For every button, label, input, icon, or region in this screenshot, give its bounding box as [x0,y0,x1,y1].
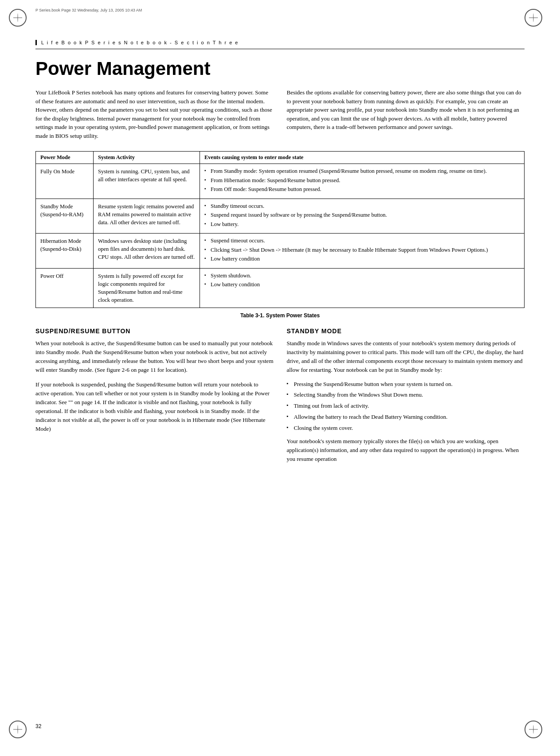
bottom-sections: SUSPEND/RESUME BUTTON When your notebook… [35,327,525,469]
intro-left: Your LifeBook P Series notebook has many… [35,88,274,140]
standby-mode-section: STANDBY MODE Standby mode in Windows sav… [287,327,525,469]
table-caption: Table 3-1. System Power States [35,312,525,319]
list-item: Low battery condition [204,255,520,263]
corner-decoration-bottom-left [9,721,35,747]
page-title: Power Management [35,58,525,79]
corner-decoration-top-left [9,9,35,35]
standby-mode-footer: Your notebook's system memory typically … [287,437,525,464]
table-cell-activity-2: Resume system logic remains powered and … [94,199,200,234]
table-cell-mode-1: Fully On Mode [36,164,94,199]
list-item: From Standby mode: System operation resu… [204,168,520,175]
table-cell-mode-2: Standby Mode (Suspend-to-RAM) [36,199,94,234]
power-states-table: Power Mode System Activity Events causin… [35,151,525,308]
table-header-events: Events causing system to enter mode stat… [200,152,525,164]
suspend-resume-para-2: If your notebook is suspended, pushing t… [35,380,274,434]
file-stamp: P Series.book Page 32 Wednesday, July 13… [35,8,142,12]
list-item: Standby timeout occurs. [204,203,520,210]
list-item: From Hibernation mode: Suspend/Resume bu… [204,177,520,185]
list-item: Clicking Start -> Shut Down -> Hibernate… [204,246,520,254]
list-item: Suspend timeout occurs. [204,237,520,245]
table-cell-events-4: System shutdown. Low battery condition [200,268,525,308]
page: P Series.book Page 32 Wednesday, July 13… [0,0,560,756]
header-rule [35,49,525,49]
header-text: L i f e B o o k P S e r i e s N o t e b … [41,40,239,45]
standby-mode-heading: STANDBY MODE [287,327,525,335]
section-header: L i f e B o o k P S e r i e s N o t e b … [35,40,525,45]
suspend-resume-para-1: When your notebook is active, the Suspen… [35,339,274,375]
standby-bullets-list: Pressing the Suspend/Resume button when … [287,380,525,433]
list-item: Selecting Standby from the Windows Shut … [287,391,525,399]
standby-mode-intro: Standby mode in Windows saves the conten… [287,339,525,375]
table-row: Fully On Mode System is running. CPU, sy… [36,164,525,199]
corner-decoration-top-right [525,9,551,35]
table-header-activity: System Activity [94,152,200,164]
list-item: Allowing the battery to reach the Dead B… [287,413,525,421]
table-cell-events-2: Standby timeout occurs. Suspend request … [200,199,525,234]
table-row: Hibernation Mode (Suspend-to-Disk) Windo… [36,234,525,269]
table-cell-activity-3: Windows saves desktop state (including o… [94,234,200,269]
list-item: System shutdown. [204,272,520,280]
suspend-resume-heading: SUSPEND/RESUME BUTTON [35,327,274,335]
list-item: From Off mode: Suspend/Resume button pre… [204,186,520,194]
intro-right: Besides the options available for conser… [287,88,525,140]
table-cell-events-3: Suspend timeout occurs. Clicking Start -… [200,234,525,269]
table-header-mode: Power Mode [36,152,94,164]
list-item: Timing out from lack of activity. [287,402,525,410]
table-cell-activity-4: System is fully powered off except for l… [94,268,200,308]
list-item: Low battery. [204,221,520,229]
corner-decoration-bottom-right [525,721,551,747]
intro-left-text: Your LifeBook P Series notebook has many… [35,88,274,140]
intro-right-text: Besides the options available for conser… [287,88,525,132]
list-item: Low battery condition [204,281,520,289]
list-item: Suspend request issued by software or by… [204,211,520,219]
table-cell-mode-4: Power Off [36,268,94,308]
table-row: Power Off System is fully powered off ex… [36,268,525,308]
table-row: Standby Mode (Suspend-to-RAM) Resume sys… [36,199,525,234]
intro-section: Your LifeBook P Series notebook has many… [35,88,525,140]
list-item: Pressing the Suspend/Resume button when … [287,380,525,389]
suspend-resume-section: SUSPEND/RESUME BUTTON When your notebook… [35,327,274,469]
table-cell-activity-1: System is running. CPU, system bus, and … [94,164,200,199]
table-cell-mode-3: Hibernation Mode (Suspend-to-Disk) [36,234,94,269]
page-number: 32 [35,723,41,729]
table-cell-events-1: From Standby mode: System operation resu… [200,164,525,199]
list-item: Closing the system cover. [287,424,525,433]
